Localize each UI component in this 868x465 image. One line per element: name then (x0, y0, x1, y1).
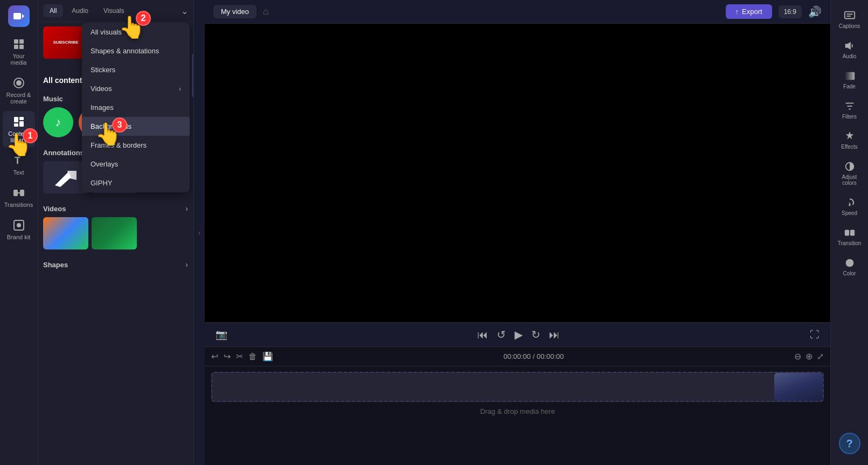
dropdown-images[interactable]: Images (82, 98, 190, 117)
svg-rect-4 (14, 45, 18, 49)
redo-button[interactable]: ↪ (224, 351, 231, 362)
sidebar-item-record-create[interactable]: Record & create (3, 72, 35, 109)
audio-label: Audio (843, 53, 857, 59)
transition-label: Transition (838, 240, 862, 246)
dropdown-stickers[interactable]: Stickers (82, 60, 190, 79)
my-video-button[interactable]: My video (213, 5, 256, 18)
sidebar-item-text-label: Text (13, 169, 24, 176)
adjust-colors-label: Adjust colors (835, 174, 864, 186)
video-canvas (205, 24, 830, 322)
skip-forward-button[interactable]: ⏭ (549, 329, 560, 341)
tab-audio[interactable]: Audio (65, 4, 95, 17)
dropdown-giphy[interactable]: GIPHY (82, 173, 190, 192)
dropdown-overlays[interactable]: Overlays (82, 155, 190, 173)
undo-button[interactable]: ↩ (211, 351, 218, 362)
tab-bar: All Audio Visuals ⌄ (38, 0, 193, 22)
videos-label: Videos (43, 205, 66, 213)
svg-marker-1 (22, 14, 24, 18)
timeline-clip-inner (774, 373, 823, 401)
video-thumb-2[interactable] (92, 217, 137, 249)
zoom-out-button[interactable]: ⊖ (794, 351, 801, 362)
videos-arrow: › (185, 204, 188, 213)
dropdown-shapes-annotations[interactable]: Shapes & annotations (82, 41, 190, 60)
right-item-fade[interactable]: Fade (833, 66, 866, 94)
save-button[interactable]: 💾 (262, 351, 273, 362)
sidebar-item-transitions-label: Transitions (4, 202, 33, 208)
timeline-clip[interactable] (774, 373, 823, 401)
svg-point-6 (16, 80, 22, 86)
right-item-captions[interactable]: Captions (833, 5, 866, 33)
playback-controls: 📷 ⏮ ↺ ▶ ↻ ⏭ ⛶ (205, 322, 830, 346)
right-item-color[interactable]: Color (833, 253, 866, 281)
tab-visuals[interactable]: Visuals (97, 4, 130, 17)
svg-rect-34 (850, 230, 854, 236)
svg-rect-2 (14, 39, 18, 44)
timeline-time-display: 00:00:00 / 00:00:00 (503, 352, 564, 360)
svg-point-31 (849, 204, 851, 206)
skip-back-button[interactable]: ⏮ (477, 329, 488, 341)
sidebar-item-record-label: Record & create (6, 92, 31, 105)
sidebar-item-your-media[interactable]: Your media (3, 33, 35, 70)
sidebar-item-content-library-label: Content library (5, 130, 33, 143)
zoom-in-button[interactable]: ⊕ (805, 351, 813, 362)
annotations-label: Annotations (43, 149, 84, 157)
svg-rect-33 (844, 230, 849, 236)
audio-top-icon[interactable]: 🔊 (808, 5, 822, 18)
collapse-panel-arrow[interactable]: ‹ (194, 0, 205, 465)
right-item-filters[interactable]: Filters (833, 96, 866, 124)
aspect-ratio-button[interactable]: 16:9 (779, 5, 802, 18)
right-sidebar: Captions Audio Fade Filters (830, 0, 868, 465)
right-item-effects[interactable]: Effects (833, 126, 866, 154)
dropdown-backgrounds[interactable]: Backgrounds (82, 117, 190, 136)
tab-all[interactable]: All (43, 4, 63, 17)
captions-label: Captions (839, 23, 860, 29)
svg-rect-3 (19, 39, 24, 44)
main-topbar: My video ⌂ ↑ Export 16:9 🔊 (205, 0, 830, 24)
camera-control-button[interactable]: 📷 (216, 329, 227, 341)
delete-button[interactable]: 🗑 (248, 352, 257, 362)
dropdown-videos[interactable]: Videos › (82, 79, 190, 98)
drag-drop-label: Drag & drop media here (211, 402, 824, 415)
svg-point-35 (845, 259, 853, 267)
timeline-track-area: Drag & drop media here (205, 366, 830, 465)
svg-rect-14 (20, 190, 24, 196)
video-thumb-1[interactable] (43, 217, 88, 249)
dropdown-frames-borders[interactable]: Frames & borders (82, 136, 190, 155)
shapes-section-header[interactable]: Shapes › (43, 257, 188, 273)
visuals-dropdown-menu: All visuals Shapes & annotations Sticker… (82, 23, 190, 192)
play-button[interactable]: ▶ (515, 328, 523, 341)
right-item-audio[interactable]: Audio (833, 36, 866, 64)
rewind-button[interactable]: ↺ (497, 328, 506, 341)
cut-button[interactable]: ✂ (236, 351, 243, 362)
right-item-adjust-colors[interactable]: Adjust colors (833, 156, 866, 190)
sidebar-item-brand-kit[interactable]: Brand kit (3, 214, 35, 245)
svg-rect-11 (14, 123, 18, 127)
export-button[interactable]: ↑ Export (726, 4, 772, 19)
help-button[interactable]: ? (839, 433, 860, 454)
svg-rect-26 (844, 72, 854, 80)
right-item-transition[interactable]: Transition (833, 223, 866, 251)
music-circle-1[interactable]: ♪ (43, 107, 73, 137)
svg-rect-10 (19, 121, 24, 127)
fit-view-button[interactable]: ⤢ (817, 351, 824, 362)
sidebar-item-content-library[interactable]: Content library (3, 111, 35, 148)
main-timeline-track[interactable] (211, 372, 824, 402)
right-item-speed[interactable]: Speed (833, 192, 866, 220)
middle-panel: All Audio Visuals ⌄ SUBSCRIBE ▶ LIKE UP … (38, 0, 194, 465)
fullscreen-button[interactable]: ⛶ (810, 329, 820, 341)
main-editor-area: My video ⌂ ↑ Export 16:9 🔊 📷 ⏮ ↺ ▶ ↻ ⏭ ⛶… (205, 0, 830, 465)
sidebar-item-your-media-label: Your media (5, 53, 33, 66)
svg-rect-13 (13, 190, 18, 196)
sidebar-item-transitions[interactable]: Transitions (3, 182, 35, 212)
zoom-controls: ⊖ ⊕ ⤢ (794, 351, 824, 362)
sidebar-item-text[interactable]: T Text (3, 150, 35, 180)
svg-rect-8 (14, 117, 18, 122)
videos-section-header[interactable]: Videos › (43, 201, 188, 217)
color-label: Color (843, 270, 856, 276)
dropdown-all-visuals[interactable]: All visuals (82, 23, 190, 41)
timeline-area: ↩ ↪ ✂ 🗑 💾 00:00:00 / 00:00:00 ⊖ ⊕ ⤢ Drag… (205, 346, 830, 465)
forward-button[interactable]: ↻ (531, 328, 540, 341)
svg-rect-5 (19, 45, 24, 49)
tab-more-icon[interactable]: ⌄ (181, 6, 188, 16)
music-label: Music (43, 95, 63, 103)
